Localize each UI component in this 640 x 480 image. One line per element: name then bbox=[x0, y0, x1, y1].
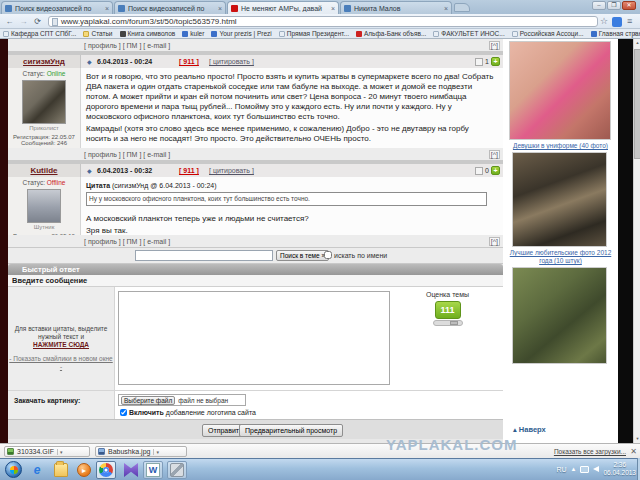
download-caret-icon[interactable]: ▾ bbox=[57, 449, 63, 455]
post-date: 6.04.2013 - 00:32 bbox=[97, 167, 152, 174]
topic-search-button[interactable]: Поиск в теме » bbox=[276, 250, 329, 261]
back-icon[interactable]: ← bbox=[4, 16, 15, 27]
reload-icon[interactable]: ⟳ bbox=[32, 16, 43, 27]
rating-slider-handle[interactable] bbox=[450, 321, 458, 325]
report-icon[interactable] bbox=[475, 58, 483, 66]
tab-yaplakal-active[interactable]: Не меняют АМРы, давай × bbox=[227, 1, 339, 14]
author-cell: сигизмУнд bbox=[8, 55, 81, 68]
karma-plus-icon[interactable]: + bbox=[491, 166, 500, 175]
to-top-anchor[interactable]: [^] bbox=[489, 150, 500, 159]
post-anchor-icon[interactable]: ◆ bbox=[87, 58, 92, 65]
close-button[interactable]: ✕ bbox=[622, 1, 636, 10]
download-caret-icon[interactable]: ▾ bbox=[153, 449, 159, 455]
user-status: Статус: Online bbox=[8, 70, 80, 77]
bookmark-item[interactable]: Кафедра СПТ СПбГ... bbox=[3, 30, 76, 37]
bookmark-star-icon[interactable]: ☆ bbox=[600, 16, 608, 27]
forward-icon[interactable]: → bbox=[18, 16, 29, 27]
tab-close-icon[interactable]: × bbox=[444, 5, 448, 12]
sidebar: Девушки в униформе (40 фото) Лучшие люби… bbox=[503, 39, 618, 443]
site-logo-checkbox[interactable] bbox=[120, 409, 127, 416]
sidebar-photo-amateur[interactable] bbox=[512, 152, 607, 247]
tab-search-video-1[interactable]: Поиск видеозаписей по × bbox=[1, 1, 113, 14]
bookmark-item[interactable]: Книга символов bbox=[120, 30, 176, 37]
post-number-link[interactable]: [ 911 ] bbox=[179, 58, 199, 65]
search-by-name-label: искать по имени bbox=[334, 252, 387, 259]
maximize-button[interactable]: ❐ bbox=[607, 1, 621, 10]
topic-search-input[interactable] bbox=[135, 250, 273, 261]
quote-box: Ну у московского офисного планктона, кои… bbox=[86, 192, 487, 206]
sidebar-link-amateur[interactable]: Лучшие любительские фото 2012 года (10 ш… bbox=[503, 249, 618, 265]
search-by-name-checkbox[interactable] bbox=[324, 251, 332, 259]
speaker-icon[interactable] bbox=[593, 466, 599, 472]
bookmarks-overflow-icon[interactable]: » bbox=[633, 30, 637, 37]
bookmark-item[interactable]: Your prezis | Prezi bbox=[211, 30, 271, 37]
internet-explorer-icon[interactable]: e bbox=[30, 463, 44, 477]
to-top-anchor[interactable]: [^] bbox=[489, 237, 500, 246]
scroll-up-icon[interactable]: ▲ bbox=[634, 39, 640, 47]
post-anchor-icon[interactable]: ◆ bbox=[87, 167, 92, 174]
file-input[interactable]: Выберите файл файл не выбран bbox=[118, 394, 246, 406]
menu-icon[interactable]: ≡ bbox=[627, 16, 632, 27]
chrome-taskbar-button[interactable] bbox=[96, 461, 116, 479]
shelf-close-icon[interactable]: ✕ bbox=[630, 447, 637, 456]
sidebar-to-top-link[interactable]: ▴ Наверх bbox=[513, 425, 546, 434]
profile-links-row: [ профиль ] [ ПМ ] [ e-mail ] [^] bbox=[8, 235, 503, 248]
tab-search-video-2[interactable]: Поиск видеозаписей по × bbox=[114, 1, 226, 14]
click-here-link[interactable]: НАЖМИТЕ СЮДА bbox=[33, 341, 89, 348]
profile-links[interactable]: [ профиль ] [ ПМ ] [ e-mail ] bbox=[84, 238, 170, 245]
to-top-anchor[interactable]: [^] bbox=[489, 41, 500, 50]
tab-title: Поиск видеозаписей по bbox=[128, 5, 215, 12]
report-icon[interactable] bbox=[475, 167, 483, 175]
explorer-folder-icon[interactable] bbox=[54, 463, 68, 477]
bookmark-item[interactable]: Прямая Президент... bbox=[279, 30, 349, 37]
profile-links[interactable]: [ профиль ] [ ПМ ] [ e-mail ] bbox=[84, 151, 170, 158]
media-player-icon[interactable]: ▸ bbox=[77, 463, 91, 477]
reply-textarea[interactable] bbox=[118, 291, 390, 385]
scrollbar[interactable]: ▲ ▼ bbox=[633, 39, 640, 443]
clock[interactable]: 2:36 06.04.2013 bbox=[603, 461, 636, 477]
profile-links[interactable]: [ профиль ] [ ПМ ] [ e-mail ] bbox=[84, 42, 170, 49]
post-number-link[interactable]: [ 911 ] bbox=[179, 167, 199, 174]
quote-link[interactable]: [ цитировать ] bbox=[209, 58, 254, 65]
smilies-link[interactable]: - Показать смайлики в новом окне - bbox=[8, 355, 114, 371]
rating-slider[interactable] bbox=[433, 320, 463, 326]
author-link[interactable]: Kutilde bbox=[30, 166, 57, 175]
download-item[interactable]: Babushka.jpg ▾ bbox=[95, 446, 187, 457]
author-link[interactable]: сигизмУнд bbox=[23, 57, 65, 66]
karma-plus-icon[interactable]: + bbox=[491, 57, 500, 66]
tab-nikita-malov[interactable]: Никита Малов × bbox=[340, 1, 452, 14]
bookmark-item[interactable]: ФАКУЛЬТЕТ ИНОС... bbox=[433, 30, 504, 37]
upload-row: Закачать картинку: Выберите файл файл не… bbox=[8, 390, 503, 419]
quote-link[interactable]: [ цитировать ] bbox=[209, 167, 254, 174]
word-taskbar-button[interactable]: W bbox=[143, 461, 163, 479]
app-taskbar-button[interactable] bbox=[167, 461, 187, 479]
profile-links-row: [ профиль ] [ ПМ ] [ e-mail ] [^] bbox=[8, 148, 503, 161]
language-indicator[interactable]: RU bbox=[556, 466, 566, 473]
tab-close-icon[interactable]: × bbox=[218, 5, 222, 12]
show-all-downloads-link[interactable]: Показать все загрузки... bbox=[554, 448, 626, 455]
tab-close-icon[interactable]: × bbox=[331, 5, 335, 12]
word-icon: W bbox=[146, 463, 160, 477]
tray-expand-icon[interactable]: ▲ bbox=[571, 466, 577, 472]
sidebar-photo-girl-uniform[interactable] bbox=[509, 41, 611, 140]
bookmark-item[interactable]: Российская Ассоци... bbox=[512, 30, 584, 37]
bookmark-item[interactable]: Альфа-Банк объяв... bbox=[356, 30, 426, 37]
start-button[interactable] bbox=[5, 461, 22, 478]
scroll-down-icon[interactable]: ▼ bbox=[634, 435, 640, 443]
new-tab-button[interactable] bbox=[454, 3, 470, 12]
extension-icon[interactable] bbox=[612, 17, 622, 27]
scrollbar-thumb[interactable] bbox=[634, 49, 640, 159]
sidebar-link-uniform[interactable]: Девушки в униформе (40 фото) bbox=[503, 142, 618, 150]
sidebar-photo-forest[interactable] bbox=[512, 267, 607, 364]
bookmark-item[interactable]: kuler bbox=[182, 30, 204, 37]
minimize-button[interactable]: – bbox=[592, 1, 606, 10]
network-icon[interactable] bbox=[580, 466, 589, 473]
kmplayer-icon[interactable] bbox=[124, 463, 138, 477]
tab-close-icon[interactable]: × bbox=[105, 5, 109, 12]
preview-button[interactable]: Предварительный просмотр bbox=[239, 424, 343, 437]
bookmark-folder[interactable]: Статьи bbox=[83, 30, 112, 37]
address-bar[interactable]: www.yaplakal.com/forum3/st/50/topic56357… bbox=[48, 16, 598, 27]
image-file-icon bbox=[98, 448, 105, 455]
choose-file-button[interactable]: Выберите файл bbox=[121, 396, 175, 405]
download-item[interactable]: 310334.GIF ▾ bbox=[4, 446, 90, 457]
